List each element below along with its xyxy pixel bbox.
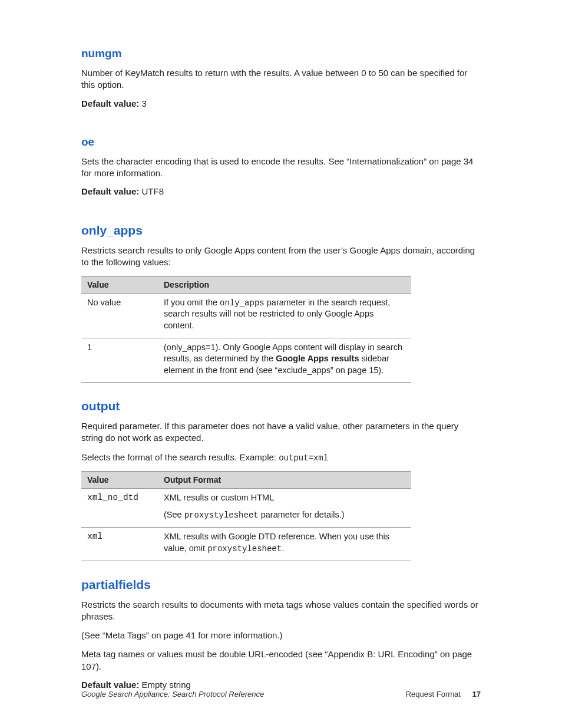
only-apps-body: Restricts search results to only Google … [81,245,481,269]
heading-oe: oe [81,136,481,149]
cell-output-format: XML results with Google DTD reference. W… [158,528,411,561]
cell-description: (only_apps=1). Only Google Apps content … [158,338,411,383]
col-description: Description [158,276,411,293]
only-apps-table: Value Description No value If you omit t… [81,276,411,383]
heading-output: output [81,399,481,413]
partialfields-body3: Meta tag names or values must be double … [81,648,481,673]
partialfields-body2: (See “Meta Tags” on page 41 for more inf… [81,630,481,641]
heading-numgm: numgm [81,47,481,60]
numgm-body: Number of KeyMatch results to return wit… [81,67,481,91]
table-header-row: Value Description [81,276,411,293]
default-label: Default value: [81,186,139,196]
output-body2: Selects the format of the search results… [81,452,481,464]
oe-default: Default value: UTF8 [81,186,481,196]
table-row: No value If you omit the only_apps param… [81,293,411,338]
oe-body: Sets the character encoding that is used… [81,156,481,180]
default-value: Empty string [139,680,191,690]
default-label: Default value: [81,680,139,690]
table-row: 1 (only_apps=1). Only Google Apps conten… [81,338,411,383]
partialfields-default: Default value: Empty string [81,680,481,690]
col-output-format: Output Format [158,471,411,488]
default-value: 3 [139,98,147,108]
table-header-row: Value Output Format [81,471,411,488]
default-value: UTF8 [139,186,164,196]
table-row: xml_no_dtd XML results or custom HTML (S… [81,488,411,527]
document-page: numgm Number of KeyMatch results to retu… [0,0,562,728]
default-label: Default value: [81,98,139,108]
col-value: Value [81,276,158,293]
footer-doc-title: Google Search Appliance: Search Protocol… [81,690,264,699]
cell-output-format: XML results or custom HTML (See proxysty… [158,488,411,527]
cell-value: No value [81,293,158,338]
cell-value: 1 [81,338,158,383]
heading-only-apps: only_apps [81,223,481,238]
cell-value: xml [81,528,158,561]
partialfields-body1: Restricts the search results to document… [81,599,481,623]
cell-value: xml_no_dtd [81,488,158,527]
table-row: xml XML results with Google DTD referenc… [81,528,411,561]
footer-section: Request Format [406,690,461,699]
footer-page-number: 17 [472,690,481,699]
heading-partialfields: partialfields [81,578,481,592]
numgm-default: Default value: 3 [81,98,481,108]
page-footer: Google Search Appliance: Search Protocol… [81,690,481,699]
output-table: Value Output Format xml_no_dtd XML resul… [81,471,411,561]
output-body1: Required parameter. If this parameter do… [81,420,481,444]
col-value: Value [81,471,158,488]
footer-right: Request Format 17 [406,690,481,699]
cell-description: If you omit the only_apps parameter in t… [158,293,411,338]
